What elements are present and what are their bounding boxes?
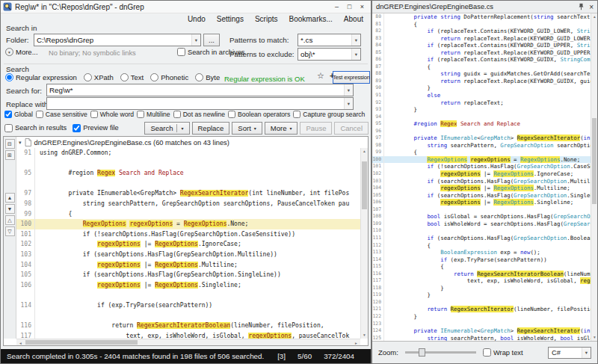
preview-line[interactable]: 110: [372, 227, 591, 235]
scroll-right-icon[interactable]: ▸: [353, 340, 360, 347]
result-line[interactable]: 102 regexOptions |= RegexOptions.IgnoreC…: [16, 239, 360, 250]
checkbox[interactable]: [73, 124, 81, 132]
checkbox[interactable]: [4, 111, 12, 118]
scrollbar-thumb[interactable]: [25, 340, 138, 345]
radio[interactable]: [150, 73, 158, 81]
preview-line[interactable]: 111 if (searchOptions.HasFlag(GrepSearch…: [372, 235, 591, 242]
preview-line[interactable]: 108 bool isGlobal = searchOptions.HasFla…: [372, 213, 591, 220]
previous-file-button[interactable]: ▲: [5, 193, 15, 203]
preview-line[interactable]: 81 {: [372, 21, 591, 28]
mode-regular-expression[interactable]: Regular expression: [5, 73, 77, 81]
result-line[interactable]: [16, 158, 360, 169]
preview-line[interactable]: 86 if (replaceText.Contains(KEYWORD_GUID…: [372, 56, 591, 64]
preview-line[interactable]: 84 if (replaceText.Contains(KEYWORD_GUID…: [372, 42, 591, 49]
result-line[interactable]: [16, 179, 360, 189]
preview-line[interactable]: 109 bool isWholeWord = searchOptions.Has…: [372, 220, 591, 228]
preview-vertical-scrollbar[interactable]: ▴ ▾: [591, 13, 597, 341]
result-line[interactable]: 100 RegexOptions regexOptions = RegexOpt…: [16, 219, 360, 229]
preview-line[interactable]: 124 private IEnumerable<GrepMatch> Regex…: [372, 327, 591, 335]
radio[interactable]: [5, 73, 13, 81]
wrap-text-checkbox[interactable]: Wrap text: [483, 348, 523, 357]
result-line[interactable]: 97 private IEnumerable<GrepMatch> RegexS…: [16, 188, 360, 199]
preview-line[interactable]: 115 {: [372, 263, 591, 271]
preview-line[interactable]: 102 regexOptions |= RegexOptions.IgnoreC…: [372, 170, 591, 178]
close-icon[interactable]: ×: [589, 3, 594, 11]
menu-item-settings[interactable]: Settings: [217, 15, 244, 23]
chevron-down-icon[interactable]: ▾: [351, 49, 360, 60]
menu-item-bookmarks[interactable]: Bookmarks...: [289, 15, 333, 23]
checkbox[interactable]: [4, 124, 13, 132]
preview-line[interactable]: 104 regexOptions |= RegexOptions.Multili…: [372, 185, 591, 192]
result-file-header[interactable]: ▾ dnGREP.Engines\GrepEngineBase.cs (60 m…: [16, 137, 360, 148]
more-options-expander[interactable]: ▾ More...: [5, 48, 38, 56]
checkbox[interactable]: [293, 111, 300, 118]
chevron-down-icon[interactable]: ▾: [344, 84, 353, 96]
result-line[interactable]: [16, 311, 360, 321]
close-button[interactable]: ×: [356, 2, 369, 12]
scrollbar-thumb[interactable]: [592, 118, 597, 204]
preview-line[interactable]: 118 }: [372, 285, 591, 292]
preview-line[interactable]: 80 private string DoPatternReplacement(s…: [372, 13, 591, 21]
preview-line[interactable]: 87 {: [372, 64, 591, 71]
replace-button[interactable]: Replace: [192, 122, 230, 135]
preview-line[interactable]: 112 {: [372, 242, 591, 250]
preview-line[interactable]: 88 string guidx = guidxMatches.GetOrAdd(…: [372, 70, 591, 78]
checkbox[interactable]: [177, 48, 185, 56]
option-multiline[interactable]: Multiline: [137, 111, 170, 118]
scroll-up-icon[interactable]: ▴: [361, 148, 368, 155]
preview-line[interactable]: 122 }: [372, 313, 591, 321]
test-expression-button[interactable]: Test expression: [333, 71, 370, 84]
result-line[interactable]: 91using dnGREP.Common;: [16, 148, 360, 158]
results-horizontal-scrollbar[interactable]: ◂ ▸: [16, 339, 360, 345]
result-line[interactable]: 103 if (searchOptions.HasFlag(GrepSearch…: [16, 250, 360, 260]
result-line[interactable]: 101 if (!searchOptions.HasFlag(GrepSearc…: [16, 229, 360, 240]
preview-line[interactable]: 95 #region Regex Search and Replace: [372, 120, 591, 128]
option-capture-group-search[interactable]: Capture group search: [293, 111, 365, 118]
preview-line[interactable]: 94: [372, 114, 591, 121]
preview-line[interactable]: 114 if (exp.TryParse(searchPattern)): [372, 256, 591, 264]
result-line[interactable]: 114 if (exp.TryParse(searchPattern)): [16, 300, 360, 311]
preview-line[interactable]: 113 BooleanExpression exp = new();: [372, 249, 591, 256]
expander-icon[interactable]: ▾: [19, 140, 22, 146]
patterns-exclude-combobox[interactable]: ▾: [298, 48, 361, 61]
preview-line[interactable]: 90 }: [372, 84, 591, 92]
result-line[interactable]: 99 {: [16, 209, 360, 220]
checkbox[interactable]: [36, 111, 43, 118]
preview-line[interactable]: 99 {: [372, 149, 591, 156]
mode-xpath[interactable]: XPath: [84, 73, 114, 81]
preview-line[interactable]: 98 string searchPattern, GrepSearchOptio…: [372, 142, 591, 149]
search-for-input[interactable]: [47, 86, 344, 94]
patterns-match-input[interactable]: [298, 36, 351, 44]
preview-line[interactable]: 97 private IEnumerable<GrepMatch> RegexS…: [372, 135, 591, 142]
preview-line[interactable]: 85 return replaceText.Replace(KEYWORD_GU…: [372, 49, 591, 57]
preview-line[interactable]: 96: [372, 128, 591, 135]
bookmark-star-icon[interactable]: ☆: [317, 71, 324, 81]
preview-line[interactable]: 125 string searchPattern, bool isWholeWo…: [372, 335, 591, 341]
search-button[interactable]: Search▾: [144, 122, 189, 135]
result-line[interactable]: 105 if (searchOptions.HasFlag(GrepSearch…: [16, 270, 360, 280]
option-global[interactable]: Global: [4, 111, 33, 118]
checkbox[interactable]: [90, 111, 98, 118]
pin-icon[interactable]: [578, 3, 585, 10]
patterns-match-combobox[interactable]: ▾: [298, 34, 361, 46]
radio[interactable]: [120, 73, 129, 81]
scroll-down-icon[interactable]: ▾: [361, 332, 368, 339]
patterns-exclude-input[interactable]: [298, 50, 351, 58]
browse-folder-button[interactable]: ...: [203, 34, 220, 46]
folder-combobox[interactable]: ▾: [34, 34, 201, 46]
chevron-down-icon[interactable]: ▾: [344, 98, 353, 109]
preview-line[interactable]: 121 return RegexSearchIterator(lineNumbe…: [372, 306, 591, 313]
checkbox[interactable]: [173, 111, 181, 118]
preview-line[interactable]: 92 return replaceText;: [372, 99, 591, 107]
result-line[interactable]: [16, 290, 360, 300]
result-line[interactable]: 104 regexOptions |= RegexOptions.Multili…: [16, 260, 360, 271]
option-dot-as-newline[interactable]: Dot as newline: [173, 111, 225, 118]
mode-text[interactable]: Text: [120, 73, 144, 81]
preview-line[interactable]: 120: [372, 299, 591, 306]
preview-line[interactable]: 83 return replaceText.Replace(KEYWORD_GU…: [372, 35, 591, 43]
result-line[interactable]: 117 text, exp, isWholeWord, isGlobal, re…: [16, 331, 360, 339]
maximize-button[interactable]: □: [343, 2, 356, 12]
chevron-down-icon[interactable]: ▾: [191, 34, 200, 46]
preview-line[interactable]: 119 }: [372, 291, 591, 299]
results-vertical-scrollbar[interactable]: ▴ ▾: [360, 148, 368, 339]
